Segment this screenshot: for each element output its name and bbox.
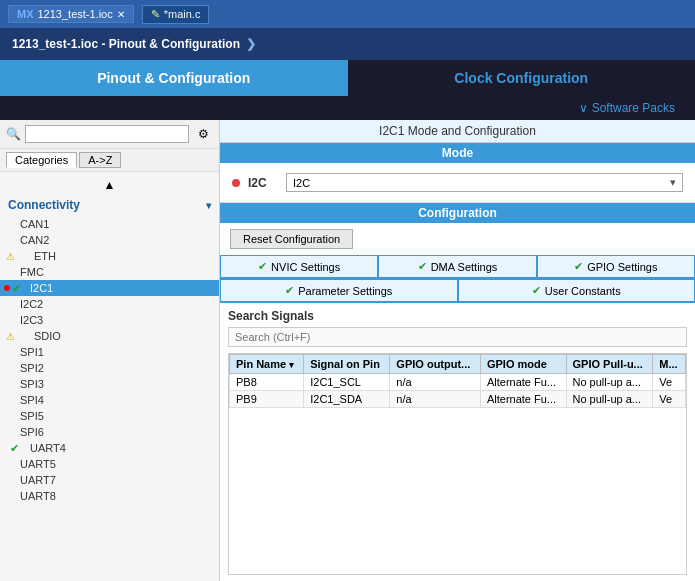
tab-ioc-label: 1213_test-1.ioc	[38, 8, 113, 20]
tab-mainc-label: *main.c	[164, 8, 201, 20]
config-header: I2C1 Mode and Configuration	[220, 120, 695, 143]
sidebar-item-can1[interactable]: CAN1	[0, 216, 219, 232]
mode-select[interactable]: I2C ▾	[286, 173, 683, 192]
sidebar-item-spi2[interactable]: SPI2	[0, 360, 219, 376]
tab-user-constants[interactable]: ✔ User Constants	[458, 279, 696, 302]
tab-parameter-settings[interactable]: ✔ Parameter Settings	[220, 279, 458, 302]
table-row[interactable]: PB9I2C1_SDAn/aAlternate Fu...No pull-up …	[230, 391, 686, 408]
sidebar-item-i2c1[interactable]: ✔ I2C1	[0, 280, 219, 296]
connectivity-header[interactable]: Connectivity ▾	[0, 194, 219, 216]
main-tabs: Pinout & Configuration Clock Configurati…	[0, 60, 695, 96]
tab-categories[interactable]: Categories	[6, 152, 77, 168]
tab-pinout[interactable]: Pinout & Configuration	[0, 60, 348, 96]
sidebar-item-uart5[interactable]: UART5	[0, 456, 219, 472]
red-dot-icon	[4, 285, 10, 291]
signals-search-input[interactable]	[228, 327, 687, 347]
software-packs-bar[interactable]: ∨ Software Packs	[0, 96, 695, 120]
settings-tabs: ✔ NVIC Settings ✔ DMA Settings ✔ GPIO Se…	[220, 255, 695, 279]
col-pin-name[interactable]: Pin Name ▾	[230, 355, 304, 374]
sidebar-item-uart4[interactable]: ✔ UART4	[0, 440, 219, 456]
nvic-check-icon: ✔	[258, 260, 267, 273]
mode-dot-icon	[232, 179, 240, 187]
sidebar-item-can2[interactable]: CAN2	[0, 232, 219, 248]
mode-row: I2C I2C ▾	[232, 173, 683, 192]
config-section: Configuration Reset Configuration ✔ NVIC…	[220, 203, 695, 581]
col-gpio-output[interactable]: GPIO output...	[390, 355, 481, 374]
tab-nvic-settings[interactable]: ✔ NVIC Settings	[220, 255, 378, 278]
table-row[interactable]: PB8I2C1_SCLn/aAlternate Fu...No pull-up …	[230, 374, 686, 391]
content-area: 🔍 ⚙ Categories A->Z ▲ Connectivity ▾ CAN…	[0, 120, 695, 581]
tab-mainc[interactable]: ✎ *main.c	[142, 5, 210, 24]
sidebar-item-eth[interactable]: ⚠ETH	[0, 248, 219, 264]
reset-configuration-button[interactable]: Reset Configuration	[230, 229, 353, 249]
user-check-icon: ✔	[532, 284, 541, 297]
collapse-arrow[interactable]: ▲	[0, 176, 219, 194]
tab-ioc-close[interactable]: ✕	[117, 9, 125, 20]
param-check-icon: ✔	[285, 284, 294, 297]
signals-label: Search Signals	[228, 309, 687, 323]
sidebar-item-spi6[interactable]: SPI6	[0, 424, 219, 440]
signals-area: Search Signals Pin Name ▾ Signal on Pin …	[220, 303, 695, 581]
sidebar: 🔍 ⚙ Categories A->Z ▲ Connectivity ▾ CAN…	[0, 120, 220, 581]
reset-btn-row: Reset Configuration	[220, 223, 695, 255]
settings-tabs-row2: ✔ Parameter Settings ✔ User Constants	[220, 279, 695, 303]
sidebar-item-i2c3[interactable]: I2C3	[0, 312, 219, 328]
col-m[interactable]: M...	[653, 355, 686, 374]
search-icon: 🔍	[6, 127, 21, 141]
title-bar: MX 1213_test-1.ioc ✕ ✎ *main.c	[0, 0, 695, 28]
main-panel: I2C1 Mode and Configuration Mode I2C I2C…	[220, 120, 695, 581]
uart4-check-icon: ✔	[10, 442, 19, 455]
gear-icon[interactable]: ⚙	[193, 124, 213, 144]
tab-clock[interactable]: Clock Configuration	[348, 60, 696, 96]
dma-check-icon: ✔	[418, 260, 427, 273]
sidebar-toolbar: 🔍 ⚙	[0, 120, 219, 149]
col-signal[interactable]: Signal on Pin	[304, 355, 390, 374]
tab-dma-settings[interactable]: ✔ DMA Settings	[378, 255, 536, 278]
tab-ioc[interactable]: MX 1213_test-1.ioc ✕	[8, 5, 134, 23]
gpio-check-icon: ✔	[574, 260, 583, 273]
connectivity-section: ▲ Connectivity ▾ CAN1 CAN2 ⚠ETH FMC ✔ I2…	[0, 176, 219, 504]
mode-section: I2C I2C ▾	[220, 163, 695, 203]
sidebar-tabs: Categories A->Z	[0, 149, 219, 172]
sidebar-item-spi3[interactable]: SPI3	[0, 376, 219, 392]
breadcrumb-arrow: ❯	[246, 37, 256, 51]
sidebar-item-spi1[interactable]: SPI1	[0, 344, 219, 360]
sidebar-tree: ▲ Connectivity ▾ CAN1 CAN2 ⚠ETH FMC ✔ I2…	[0, 172, 219, 581]
check-icon: ✔	[12, 282, 21, 295]
mode-label: I2C	[248, 176, 278, 190]
sidebar-item-spi5[interactable]: SPI5	[0, 408, 219, 424]
search-input[interactable]	[25, 125, 189, 143]
sidebar-item-uart8[interactable]: UART8	[0, 488, 219, 504]
sidebar-item-fmc[interactable]: FMC	[0, 264, 219, 280]
col-gpio-pull[interactable]: GPIO Pull-u...	[566, 355, 653, 374]
tab-ioc-icon: MX	[17, 8, 34, 20]
tab-gpio-settings[interactable]: ✔ GPIO Settings	[537, 255, 695, 278]
mode-section-bar: Mode	[220, 143, 695, 163]
sidebar-item-i2c2[interactable]: I2C2	[0, 296, 219, 312]
tab-mainc-icon: ✎	[151, 8, 160, 21]
sidebar-item-sdio[interactable]: ⚠SDIO	[0, 328, 219, 344]
sidebar-item-spi4[interactable]: SPI4	[0, 392, 219, 408]
sidebar-item-uart7[interactable]: UART7	[0, 472, 219, 488]
breadcrumb: 1213_test-1.ioc - Pinout & Configuration…	[0, 28, 695, 60]
config-section-bar: Configuration	[220, 203, 695, 223]
col-gpio-mode[interactable]: GPIO mode	[480, 355, 566, 374]
signals-table: Pin Name ▾ Signal on Pin GPIO output... …	[228, 353, 687, 575]
breadcrumb-text: 1213_test-1.ioc - Pinout & Configuration	[12, 37, 240, 51]
tab-az[interactable]: A->Z	[79, 152, 121, 168]
